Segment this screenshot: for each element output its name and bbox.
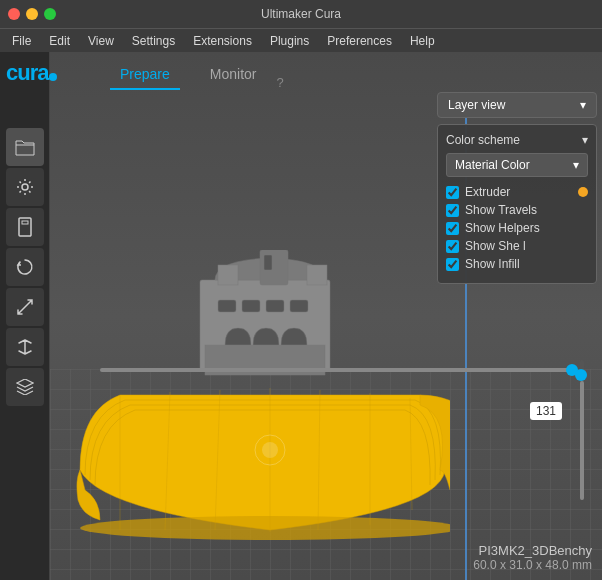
maximize-button[interactable] bbox=[44, 8, 56, 20]
layer-number-badge: 131 bbox=[530, 402, 562, 420]
menu-help[interactable]: Help bbox=[402, 32, 443, 50]
show-travels-checkbox-row: Show Travels bbox=[446, 203, 588, 217]
show-shell-checkbox-row: Show She l bbox=[446, 239, 588, 253]
main-area: cura Prepare Monitor ? bbox=[0, 52, 602, 580]
color-scheme-title: Color scheme bbox=[446, 133, 520, 147]
extruder-checkbox-row: Extruder bbox=[446, 185, 588, 199]
color-scheme-collapse-icon[interactable]: ▾ bbox=[582, 133, 588, 147]
nav-bar: Prepare Monitor ? bbox=[100, 52, 602, 90]
close-button[interactable] bbox=[8, 8, 20, 20]
show-travels-checkbox[interactable] bbox=[446, 204, 459, 217]
extruder-checkbox[interactable] bbox=[446, 186, 459, 199]
logo-dot bbox=[49, 73, 57, 81]
show-shell-checkbox[interactable] bbox=[446, 240, 459, 253]
model-dimensions: 60.0 x 31.0 x 48.0 mm bbox=[473, 558, 592, 572]
horizontal-slider-track bbox=[100, 368, 572, 372]
right-panel: Layer view ▾ Color scheme ▾ Material Col… bbox=[437, 92, 597, 284]
show-shell-label: Show She l bbox=[465, 239, 526, 253]
color-scheme-header: Color scheme ▾ bbox=[446, 133, 588, 147]
extruder-label: Extruder bbox=[465, 185, 510, 199]
show-infill-checkbox[interactable] bbox=[446, 258, 459, 271]
layer-view-label: Layer view bbox=[448, 98, 505, 112]
help-icon[interactable]: ? bbox=[277, 75, 284, 90]
layers-icon[interactable] bbox=[6, 368, 44, 406]
window-title: Ultimaker Cura bbox=[261, 7, 341, 21]
layer-view-chevron: ▾ bbox=[580, 98, 586, 112]
title-bar: Ultimaker Cura bbox=[0, 0, 602, 28]
horizontal-slider-area[interactable] bbox=[100, 362, 572, 378]
menu-bar: File Edit View Settings Extensions Plugi… bbox=[0, 28, 602, 52]
open-folder-icon[interactable] bbox=[6, 128, 44, 166]
menu-settings[interactable]: Settings bbox=[124, 32, 183, 50]
model-name: PI3MK2_3DBenchy bbox=[473, 543, 592, 558]
show-helpers-checkbox[interactable] bbox=[446, 222, 459, 235]
show-helpers-checkbox-row: Show Helpers bbox=[446, 221, 588, 235]
show-helpers-label: Show Helpers bbox=[465, 221, 540, 235]
tab-prepare[interactable]: Prepare bbox=[110, 60, 180, 90]
svg-point-16 bbox=[80, 516, 450, 540]
show-infill-label: Show Infill bbox=[465, 257, 520, 271]
minimize-button[interactable] bbox=[26, 8, 38, 20]
mirror-icon[interactable] bbox=[6, 328, 44, 366]
bottom-info-bar: PI3MK2_3DBenchy 60.0 x 31.0 x 48.0 mm bbox=[473, 543, 592, 572]
svg-rect-6 bbox=[266, 300, 284, 312]
color-scheme-panel: Color scheme ▾ Material Color ▾ Extruder… bbox=[437, 124, 597, 284]
menu-preferences[interactable]: Preferences bbox=[319, 32, 400, 50]
svg-point-15 bbox=[262, 442, 278, 458]
show-travels-label: Show Travels bbox=[465, 203, 537, 217]
svg-rect-5 bbox=[242, 300, 260, 312]
vertical-slider-filled bbox=[580, 381, 584, 500]
svg-rect-9 bbox=[264, 255, 272, 270]
cura-logo: cura bbox=[6, 60, 48, 86]
svg-rect-10 bbox=[218, 265, 238, 285]
left-toolbar bbox=[0, 52, 50, 580]
svg-rect-2 bbox=[22, 221, 28, 224]
settings-icon[interactable] bbox=[6, 168, 44, 206]
menu-extensions[interactable]: Extensions bbox=[185, 32, 260, 50]
vertical-slider-area[interactable] bbox=[567, 352, 597, 500]
extruder-color-dot bbox=[578, 187, 588, 197]
svg-rect-7 bbox=[290, 300, 308, 312]
support-icon[interactable] bbox=[6, 208, 44, 246]
menu-file[interactable]: File bbox=[4, 32, 39, 50]
menu-view[interactable]: View bbox=[80, 32, 122, 50]
layer-view-button[interactable]: Layer view ▾ bbox=[437, 92, 597, 118]
scale-icon[interactable] bbox=[6, 288, 44, 326]
color-scheme-dropdown[interactable]: Material Color ▾ bbox=[446, 153, 588, 177]
menu-plugins[interactable]: Plugins bbox=[262, 32, 317, 50]
viewport: 131 Layer view ▾ Color scheme ▾ Material… bbox=[50, 52, 602, 580]
window-controls[interactable] bbox=[8, 8, 56, 20]
vertical-slider-track bbox=[580, 360, 584, 500]
svg-rect-4 bbox=[218, 300, 236, 312]
svg-point-0 bbox=[22, 184, 28, 190]
menu-edit[interactable]: Edit bbox=[41, 32, 78, 50]
svg-rect-11 bbox=[307, 265, 327, 285]
horizontal-slider-filled bbox=[100, 368, 572, 372]
tab-monitor[interactable]: Monitor bbox=[200, 60, 267, 90]
logo-area: cura bbox=[6, 60, 57, 86]
vertical-slider-thumb[interactable] bbox=[575, 369, 587, 381]
show-infill-checkbox-row: Show Infill bbox=[446, 257, 588, 271]
color-scheme-value: Material Color bbox=[455, 158, 530, 172]
rotate-icon[interactable] bbox=[6, 248, 44, 286]
color-scheme-dropdown-chevron: ▾ bbox=[573, 158, 579, 172]
ship-model bbox=[70, 250, 450, 550]
